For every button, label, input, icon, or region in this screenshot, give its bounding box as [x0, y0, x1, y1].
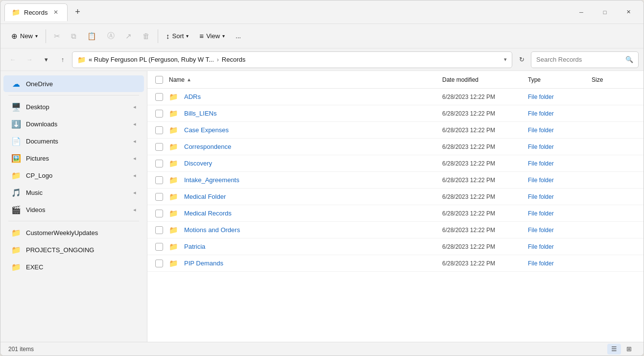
projects-ongoing-icon: 📁 — [11, 245, 21, 255]
sidebar-item-exec[interactable]: 📁 EXEC — [3, 259, 144, 275]
delete-icon: 🗑 — [143, 32, 150, 40]
path-folder-icon: 📁 — [77, 56, 86, 64]
item-count: 201 items — [8, 346, 34, 353]
sidebar-item-pictures[interactable]: 🖼️ Pictures ◂ — [3, 150, 144, 166]
sidebar-item-customer-weekly[interactable]: 📁 CustomerWeeklyUpdates — [3, 224, 144, 241]
table-row[interactable]: 📁 Motions and Orders 6/28/2023 12:22 PM … — [147, 222, 644, 238]
sort-button[interactable]: ↕ Sort ▾ — [161, 27, 193, 45]
folder-icon-3: 📁 — [169, 142, 178, 151]
close-button[interactable]: ✕ — [617, 4, 640, 20]
sidebar-item-documents[interactable]: 📄 Documents ◂ — [3, 133, 144, 149]
videos-icon: 🎬 — [11, 205, 21, 214]
up-button[interactable]: ↑ — [55, 52, 70, 67]
row-name-col-10: 📁 PIP Demands — [169, 259, 442, 268]
table-row[interactable]: 📁 Correspondence 6/28/2023 12:22 PM File… — [147, 139, 644, 155]
header-name[interactable]: Name ▲ — [169, 76, 442, 83]
minimize-button[interactable]: ─ — [570, 4, 593, 20]
header-checkbox-col — [155, 76, 169, 84]
share-button[interactable]: ↗ — [120, 27, 137, 45]
table-row[interactable]: 📁 ADRs 6/28/2023 12:22 PM File folder — [147, 89, 644, 105]
row-checkbox-2[interactable] — [155, 126, 163, 134]
folder-name-0: ADRs — [184, 93, 442, 100]
refresh-button[interactable]: ↻ — [514, 52, 529, 67]
table-row[interactable]: 📁 Medical Folder 6/28/2023 12:22 PM File… — [147, 189, 644, 205]
row-checkbox-col — [155, 126, 169, 134]
row-name-col-7: 📁 Medical Records — [169, 209, 442, 218]
table-row[interactable]: 📁 PIP Demands 6/28/2023 12:22 PM File fo… — [147, 255, 644, 272]
sidebar-videos-label: Videos — [26, 206, 128, 214]
new-icon: ⊕ — [11, 32, 18, 41]
row-checkbox-col — [155, 243, 169, 251]
new-tab-button[interactable]: + — [70, 4, 85, 20]
sidebar-item-cp-logo[interactable]: 📁 CP_Logo ◂ — [3, 167, 144, 184]
sidebar-item-onedrive[interactable]: ☁ OneDrive — [3, 75, 144, 92]
table-row[interactable]: 📁 Discovery 6/28/2023 12:22 PM File fold… — [147, 155, 644, 172]
cut-button[interactable]: ✂ — [49, 27, 65, 45]
sidebar-item-videos[interactable]: 🎬 Videos ◂ — [3, 201, 144, 218]
pin-icon-documents: ◂ — [133, 138, 136, 144]
table-row[interactable]: 📁 Patricia 6/28/2023 12:22 PM File folde… — [147, 238, 644, 255]
row-checkbox-4[interactable] — [155, 160, 163, 167]
delete-button[interactable]: 🗑 — [138, 27, 155, 45]
toolbar-separator-2 — [158, 29, 158, 43]
sidebar-item-music[interactable]: 🎵 Music ◂ — [3, 184, 144, 201]
row-checkbox-8[interactable] — [155, 226, 163, 234]
new-button[interactable]: ⊕ New ▾ — [6, 27, 43, 45]
documents-icon: 📄 — [11, 137, 21, 146]
table-row[interactable]: 📁 Medical Records 6/28/2023 12:22 PM Fil… — [147, 205, 644, 222]
file-list: Name ▲ Date modified Type Size 📁 — [147, 71, 644, 342]
pin-icon-videos: ◂ — [133, 207, 136, 213]
header-size[interactable]: Size — [592, 76, 636, 83]
folder-icon-10: 📁 — [169, 259, 178, 268]
row-checkbox-3[interactable] — [155, 143, 163, 151]
table-row[interactable]: 📁 Intake_Agreements 6/28/2023 12:22 PM F… — [147, 172, 644, 189]
grid-view-button[interactable]: ⊞ — [622, 344, 636, 355]
maximize-button[interactable]: □ — [594, 4, 616, 20]
row-checkbox-1[interactable] — [155, 110, 163, 118]
row-date-7: 6/28/2023 12:22 PM — [442, 210, 528, 217]
dropdown-button[interactable]: ▾ — [39, 52, 53, 67]
search-input[interactable] — [536, 56, 622, 63]
sidebar-documents-label: Documents — [26, 138, 128, 145]
window-controls: ─ □ ✕ — [570, 4, 640, 20]
search-box[interactable]: 🔍 — [531, 51, 639, 68]
sidebar-item-downloads[interactable]: ⬇️ Downloads ◂ — [3, 116, 144, 132]
forward-button[interactable]: → — [22, 52, 37, 67]
row-name-col-5: 📁 Intake_Agreements — [169, 176, 442, 185]
header-date-modified[interactable]: Date modified — [442, 76, 528, 83]
table-row[interactable]: 📁 Case Expenses 6/28/2023 12:22 PM File … — [147, 122, 644, 139]
rename-button[interactable]: Ⓐ — [102, 27, 119, 45]
view-button[interactable]: ≡ View ▾ — [194, 27, 230, 45]
pin-icon-pictures: ◂ — [133, 155, 136, 162]
row-checkbox-col — [155, 176, 169, 184]
address-path[interactable]: 📁 « Ruby Ferguson PL (Ferguson, Ruby W T… — [72, 51, 512, 68]
active-tab[interactable]: 📁 Records ✕ — [4, 3, 68, 21]
row-checkbox-5[interactable] — [155, 176, 163, 184]
pin-icon-downloads: ◂ — [133, 121, 136, 127]
row-checkbox-6[interactable] — [155, 193, 163, 201]
row-name-col-9: 📁 Patricia — [169, 242, 442, 251]
view-icon: ≡ — [199, 32, 204, 40]
select-all-checkbox[interactable] — [155, 76, 163, 84]
sidebar-item-projects-ongoing[interactable]: 📁 PROJECTS_ONGOING — [3, 241, 144, 258]
row-checkbox-10[interactable] — [155, 260, 163, 267]
back-button[interactable]: ← — [5, 52, 20, 67]
row-date-2: 6/28/2023 12:22 PM — [442, 127, 528, 134]
folder-name-6: Medical Folder — [184, 193, 442, 200]
list-view-button[interactable]: ☰ — [607, 344, 621, 355]
table-row[interactable]: 📁 Bills_LIENs 6/28/2023 12:22 PM File fo… — [147, 105, 644, 122]
row-type-9: File folder — [528, 243, 592, 250]
header-type[interactable]: Type — [528, 76, 592, 83]
row-checkbox-9[interactable] — [155, 243, 163, 251]
paste-button[interactable]: 📋 — [82, 27, 101, 45]
row-checkbox-col — [155, 193, 169, 201]
copy-button[interactable]: ⧉ — [66, 27, 81, 45]
row-checkbox-0[interactable] — [155, 93, 163, 101]
row-checkbox-col — [155, 143, 169, 151]
row-checkbox-7[interactable] — [155, 210, 163, 217]
more-button[interactable]: ... — [231, 27, 246, 45]
tab-close-button[interactable]: ✕ — [51, 8, 60, 17]
sidebar-item-desktop[interactable]: 🖥️ Desktop ◂ — [3, 98, 144, 115]
row-type-3: File folder — [528, 143, 592, 150]
onedrive-icon: ☁ — [11, 79, 21, 89]
